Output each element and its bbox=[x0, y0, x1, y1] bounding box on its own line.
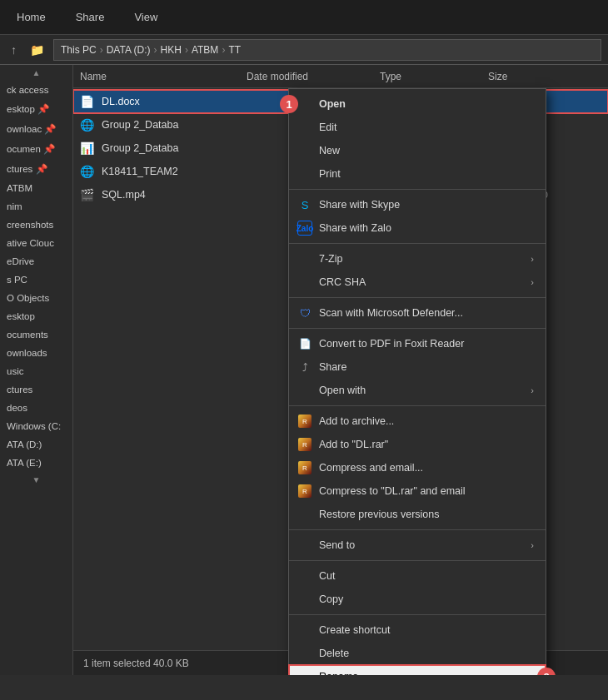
menu-label-new: New bbox=[319, 145, 340, 156]
sidebar-item-onedrive[interactable]: eDrive bbox=[0, 252, 72, 271]
menu-item-create-shortcut[interactable]: Create shortcut bbox=[289, 618, 546, 642]
menu-item-compress-dlrar-email[interactable]: R Compress to "DL.rar" and email bbox=[289, 479, 546, 503]
sidebar-item-3dobjects[interactable]: O Objects bbox=[0, 289, 72, 307]
menu-item-copy[interactable]: Copy bbox=[289, 588, 546, 611]
sidebar-item-nim[interactable]: nim bbox=[0, 197, 72, 216]
breadcrumb-data: DATA (D:) bbox=[107, 44, 151, 56]
breadcrumb-atbm: ATBM bbox=[192, 44, 218, 56]
sidebar-item-windowsc[interactable]: Windows (C: bbox=[0, 417, 72, 435]
col-header-date[interactable]: Date modified bbox=[247, 71, 380, 82]
col-header-type[interactable]: Type bbox=[380, 71, 488, 82]
open-with-icon bbox=[297, 383, 312, 398]
sidebar-item-downloads2[interactable]: ownloads bbox=[0, 344, 72, 362]
menu-separator bbox=[289, 614, 546, 615]
menu-label-add-dlrar: Add to "DL.rar" bbox=[319, 439, 388, 450]
menu-label-share-skype: Share with Skype bbox=[319, 199, 400, 211]
shortcut-icon bbox=[297, 623, 312, 638]
sidebar-item-datae[interactable]: ATA (E:) bbox=[0, 454, 72, 472]
menu-item-open-with[interactable]: Open with › bbox=[289, 379, 546, 402]
menu-item-share-skype[interactable]: S Share with Skype bbox=[289, 193, 546, 216]
menu-item-compress-email[interactable]: R Compress and email... bbox=[289, 456, 546, 479]
nav-up-button[interactable]: 📁 bbox=[26, 42, 48, 58]
breadcrumb-tt: TT bbox=[228, 44, 241, 56]
sidebar-item-desktop2[interactable]: esktop bbox=[0, 307, 72, 325]
menu-item-rename[interactable]: Rename bbox=[289, 665, 546, 675]
menu-label-open-with: Open with bbox=[319, 385, 366, 396]
crcsha-icon bbox=[297, 275, 312, 290]
menu-label-convert-pdf: Convert to PDF in Foxit Reader bbox=[319, 338, 464, 350]
menu-separator bbox=[289, 243, 546, 244]
arrow-icon: › bbox=[531, 385, 534, 395]
file-icon: 📄 bbox=[80, 95, 97, 108]
col-header-size[interactable]: Size bbox=[488, 71, 555, 82]
sidebar-item-documents2[interactable]: ocuments bbox=[0, 325, 72, 344]
menu-item-convert-pdf[interactable]: 📄 Convert to PDF in Foxit Reader bbox=[289, 332, 546, 355]
file-icon: 🌐 bbox=[80, 165, 97, 178]
menu-item-share-zalo[interactable]: Zalo Share with Zalo bbox=[289, 216, 546, 240]
menu-label-add-archive: Add to archive... bbox=[319, 415, 394, 427]
sidebar-item-quickaccess[interactable]: ck access bbox=[0, 81, 72, 99]
menu-item-defender[interactable]: 🛡 Scan with Microsoft Defender... bbox=[289, 301, 546, 325]
sidebar-item-screenshots[interactable]: creenshots bbox=[0, 216, 72, 234]
sidebar-item-pictures1[interactable]: ctures 📌 bbox=[0, 159, 72, 179]
menu-item-edit[interactable]: Edit bbox=[289, 116, 546, 139]
copy-icon bbox=[297, 592, 312, 607]
sidebar: ▲ ck access esktop 📌 ownloac 📌 ocumen 📌 … bbox=[0, 65, 73, 675]
menu-item-print[interactable]: Print bbox=[289, 162, 546, 186]
file-icon: 🌐 bbox=[80, 118, 97, 132]
sidebar-item-desktop1[interactable]: esktop 📌 bbox=[0, 99, 72, 119]
menu-label-send-to: Send to bbox=[319, 539, 355, 551]
menu-label-crcsha: CRC SHA bbox=[319, 276, 366, 288]
menu-item-crcsha[interactable]: CRC SHA › bbox=[289, 271, 546, 294]
menu-item-restore-versions[interactable]: Restore previous versions bbox=[289, 503, 546, 526]
new-icon bbox=[297, 143, 312, 158]
menu-item-open[interactable]: Open bbox=[289, 92, 546, 116]
menu-label-share: Share bbox=[319, 361, 346, 373]
sidebar-item-videos[interactable]: deos bbox=[0, 399, 72, 417]
col-header-name[interactable]: Name bbox=[80, 71, 247, 82]
sidebar-item-datad[interactable]: ATA (D:) bbox=[0, 435, 72, 454]
sidebar-item-thispc[interactable]: s PC bbox=[0, 271, 72, 289]
sidebar-item-pictures2[interactable]: ctures bbox=[0, 380, 72, 399]
rar-icon-4: R bbox=[297, 484, 312, 499]
menu-item-delete[interactable]: Delete bbox=[289, 642, 546, 665]
file-icon: 🎬 bbox=[80, 188, 97, 201]
sidebar-item-downloads1[interactable]: ownloac 📌 bbox=[0, 119, 72, 139]
arrow-icon: › bbox=[531, 277, 534, 287]
pdf-icon: 📄 bbox=[297, 336, 312, 351]
tab-share[interactable]: Share bbox=[69, 7, 112, 27]
sidebar-item-atbm[interactable]: ATBM bbox=[0, 179, 72, 197]
restore-icon bbox=[297, 507, 312, 522]
menu-label-print: Print bbox=[319, 168, 341, 180]
menu-label-cut: Cut bbox=[319, 570, 335, 582]
column-headers: Name Date modified Type Size bbox=[73, 65, 608, 88]
rar-icon-2: R bbox=[297, 437, 312, 452]
nav-back-button[interactable]: ↑ bbox=[7, 42, 21, 58]
file-name: K18411_TEAM2 bbox=[102, 166, 247, 177]
menu-item-cut[interactable]: Cut bbox=[289, 564, 546, 588]
sidebar-scroll-down[interactable]: ▼ bbox=[0, 472, 72, 488]
menu-item-new[interactable]: New bbox=[289, 139, 546, 162]
tab-view[interactable]: View bbox=[127, 7, 164, 27]
sidebar-item-creativecloud[interactable]: ative Clouc bbox=[0, 234, 72, 252]
rename-icon bbox=[297, 669, 312, 675]
sidebar-scroll-up[interactable]: ▲ bbox=[0, 65, 72, 81]
send-to-icon bbox=[297, 538, 312, 553]
menu-item-add-dlrar[interactable]: R Add to "DL.rar" bbox=[289, 433, 546, 456]
context-menu: 1 Open Edit New Print S Shar bbox=[288, 88, 546, 675]
menu-item-add-archive[interactable]: R Add to archive... bbox=[289, 410, 546, 433]
menu-item-share[interactable]: ⤴ Share bbox=[289, 355, 546, 379]
menu-separator bbox=[289, 405, 546, 406]
file-name: Group 2_Databa bbox=[102, 119, 247, 131]
menu-label-defender: Scan with Microsoft Defender... bbox=[319, 307, 463, 319]
menu-item-7zip[interactable]: 7-Zip › bbox=[289, 247, 546, 271]
breadcrumb-thispc: This PC bbox=[61, 44, 97, 56]
tab-home[interactable]: Home bbox=[10, 7, 52, 27]
sidebar-item-music[interactable]: usic bbox=[0, 362, 72, 380]
address-bar: ↑ 📁 This PC › DATA (D:) › HKH › ATBM › T… bbox=[0, 35, 608, 65]
sidebar-item-documents1[interactable]: ocumen 📌 bbox=[0, 139, 72, 159]
menu-item-send-to[interactable]: Send to › bbox=[289, 534, 546, 557]
arrow-icon: › bbox=[531, 540, 534, 550]
breadcrumb[interactable]: This PC › DATA (D:) › HKH › ATBM › TT bbox=[53, 39, 601, 61]
menu-label-edit: Edit bbox=[319, 122, 337, 133]
